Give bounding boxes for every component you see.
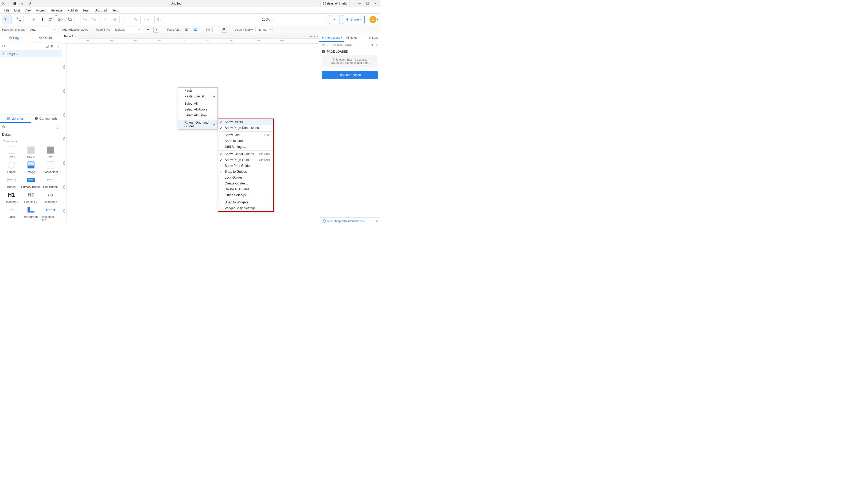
lib-hline[interactable]: Horizontal Line	[41, 205, 60, 221]
add-folder-icon[interactable]	[51, 44, 54, 48]
lib-h3[interactable]: H3Heading 3	[41, 191, 60, 203]
save-icon[interactable]	[13, 2, 17, 5]
search-icon[interactable]	[2, 44, 6, 48]
menu-guide-settings[interactable]: Guide Settings...	[218, 192, 273, 198]
align-center-icon[interactable]	[192, 27, 198, 33]
layers-tool[interactable]: ▾	[56, 15, 66, 24]
align-top-tool[interactable]: ▾	[155, 15, 164, 24]
align-left-tool[interactable]: ▾	[143, 15, 152, 24]
menu-widget-snap-settings[interactable]: Widget Snap Settings...	[218, 205, 273, 211]
menu-show-page-guides[interactable]: ✓Show Page GuidesCtrl+Alt+.	[218, 157, 273, 163]
menu-publish[interactable]: Publish	[65, 8, 80, 13]
visual-fidelity-select[interactable]: Normal	[256, 27, 273, 32]
share-button[interactable]: Share ▾	[342, 15, 365, 24]
search-icon[interactable]	[2, 125, 6, 129]
user-avatar[interactable]: 1	[369, 16, 377, 23]
new-interaction-button[interactable]: New Interaction	[322, 71, 378, 79]
collapse-event-icon[interactable]: −	[322, 50, 325, 53]
menu-delete-all-guides[interactable]: Delete All Guides	[218, 186, 273, 192]
page-item[interactable]: Page 1	[0, 51, 62, 57]
menu-edit[interactable]: Edit	[12, 8, 22, 13]
shape-tool[interactable]: ▾	[29, 15, 38, 24]
close-button[interactable]: ✕	[372, 1, 379, 6]
section-common[interactable]: Common ▾	[0, 138, 62, 145]
menu-paste[interactable]: Paste	[178, 88, 217, 93]
popout-icon[interactable]: ↗	[376, 43, 378, 47]
page-tab[interactable]: Page 1 ×	[62, 34, 79, 39]
menu-help[interactable]: Help	[109, 8, 121, 13]
tab-outline[interactable]: Outline	[31, 34, 62, 42]
add-action-link[interactable]: add one?	[357, 61, 369, 64]
align-v-tool[interactable]	[110, 15, 119, 24]
lib-h1[interactable]: H1Heading 1	[2, 191, 21, 203]
minimize-button[interactable]: —	[356, 1, 363, 6]
text-tool[interactable]: T	[38, 15, 47, 24]
library-select[interactable]: Default	[2, 133, 59, 137]
style-manage-icon[interactable]: ✕	[153, 27, 159, 33]
lib-placeholder[interactable]: Placeholder	[41, 161, 60, 174]
chevron-down-icon[interactable]: ▾	[377, 18, 378, 21]
next-page-icon[interactable]: ►	[313, 35, 316, 38]
menu-account[interactable]: Account	[93, 8, 109, 13]
tab-components[interactable]: Components	[31, 115, 62, 123]
prev-page-icon[interactable]: ◄	[310, 35, 312, 38]
fill-image-icon[interactable]	[221, 27, 227, 33]
menu-team[interactable]: Team	[81, 8, 92, 13]
menu-snap-to-guides[interactable]: ✓Snap to Guides	[218, 169, 273, 175]
lib-box2[interactable]: Box 2	[21, 146, 41, 159]
style-prev-icon[interactable]: ↪	[145, 27, 151, 33]
lib-box3[interactable]: Box 3	[41, 146, 60, 159]
lib-link-button[interactable]: BUTTONLink Button	[41, 176, 60, 188]
menu-show-print-guides[interactable]: Show Print Guides	[218, 163, 273, 169]
lib-h2[interactable]: H2Heading 2	[21, 191, 41, 203]
menu-rulers-grid-guides[interactable]: Rulers, Grid, and Guides▶	[178, 120, 217, 129]
select-tool[interactable]: ▾	[2, 15, 12, 24]
menu-select-all-below[interactable]: Select All Below	[178, 112, 217, 118]
align-h-tool[interactable]	[101, 15, 110, 24]
lib-image[interactable]: Image	[21, 161, 41, 174]
menu-project[interactable]: Project	[34, 8, 48, 13]
align-left-icon[interactable]	[184, 27, 190, 33]
zoom-select[interactable]: 100%	[259, 16, 276, 23]
ruler-horizontal[interactable]: 300 400 500 600 700 800 900 1000 1100	[62, 39, 319, 43]
preview-button[interactable]	[329, 15, 340, 24]
menu-show-grid[interactable]: Show GridCtrl+'	[218, 132, 273, 138]
menu-view[interactable]: View	[22, 8, 34, 13]
lib-paragraph[interactable]: PParagraph	[21, 205, 41, 221]
menu-arrange[interactable]: Arrange	[49, 8, 65, 13]
lib-box1[interactable]: Box 1	[2, 146, 21, 159]
add-page-icon[interactable]	[46, 44, 49, 48]
menu-snap-to-widgets[interactable]: ✓Snap to Widgets	[218, 199, 273, 205]
menu-create-guides[interactable]: Create Guides...	[218, 180, 273, 186]
menu-paste-special[interactable]: Paste Special▶	[178, 93, 217, 99]
add-adaptive-views[interactable]: + Add Adaptive Views	[60, 28, 88, 31]
group-tool[interactable]	[81, 15, 89, 24]
help-link[interactable]: Need help with interactions?	[327, 219, 364, 223]
menu-select-all[interactable]: Select All	[178, 101, 217, 107]
collapse-icon[interactable]: ⇅	[371, 43, 373, 47]
menu-show-rulers[interactable]: ✓Show Rulers	[218, 119, 273, 125]
menu-show-global-guides[interactable]: ✓Show Global GuidesCtrl+Alt+,	[218, 151, 273, 157]
maximize-button[interactable]: ☐	[364, 1, 371, 6]
distribute-v-tool[interactable]	[131, 15, 140, 24]
page-style-select[interactable]: Default	[113, 27, 142, 32]
connector-tool[interactable]	[14, 15, 23, 24]
more-icon[interactable]: ⋮	[56, 125, 59, 129]
pages-dropdown-icon[interactable]: ▾	[317, 35, 318, 38]
canvas[interactable]	[62, 43, 319, 224]
pen-tool[interactable]	[66, 15, 74, 24]
fill-swatch[interactable]	[212, 27, 218, 32]
menu-lock-guides[interactable]: Lock Guides	[218, 175, 273, 180]
sort-icon[interactable]	[57, 45, 59, 48]
menu-snap-to-grid[interactable]: Snap to Grid	[218, 138, 273, 144]
lib-primary-button[interactable]: BUTTONPrimary Button	[21, 176, 41, 188]
lib-button[interactable]: BUTTONButton	[2, 176, 21, 188]
tab-pages[interactable]: Pages	[0, 34, 31, 42]
undo-icon[interactable]	[20, 2, 24, 5]
menu-grid-settings[interactable]: Grid Settings...	[218, 144, 273, 150]
insert-tool[interactable]: i▾	[47, 15, 56, 24]
menu-file[interactable]: File	[2, 8, 12, 13]
tab-libraries[interactable]: Libraries	[0, 115, 31, 123]
menu-select-all-above[interactable]: Select All Above	[178, 107, 217, 112]
tab-style[interactable]: Style	[366, 34, 381, 42]
